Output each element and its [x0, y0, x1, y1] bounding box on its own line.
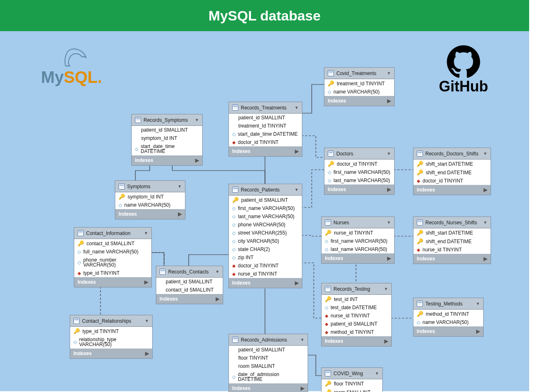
entity-header[interactable]: Nurses▼: [322, 217, 394, 228]
entity-header[interactable]: Records_Patients▼: [229, 184, 302, 196]
column-def: patient_id SMALLINT: [238, 115, 285, 120]
entity-header[interactable]: Covid_Treatments▼: [324, 68, 394, 79]
indexes-section[interactable]: Indexes▶: [324, 96, 394, 106]
column-row: ◆patient_id SMALLINT: [322, 320, 391, 328]
chevron-down-icon[interactable]: ▼: [387, 71, 391, 75]
chevron-down-icon[interactable]: ▼: [215, 269, 219, 274]
chevron-down-icon[interactable]: ▼: [144, 231, 148, 235]
entity-covid_wing[interactable]: COVID_Wing▼🔑floor TINYINT🔑room SMALLINTI…: [321, 367, 383, 392]
entity-name: Records_Nurses_Shifts: [425, 220, 477, 226]
entity-records_contacts[interactable]: Records_Contacts▼patient_id SMALLINTcont…: [156, 266, 223, 304]
column-row: ◇start_date_time DATETIME: [132, 142, 202, 155]
entity-records_testing[interactable]: Records_Testing▼🔑test_id INT◇test_date D…: [321, 283, 392, 346]
chevron-down-icon[interactable]: ▼: [483, 220, 487, 225]
entity-header[interactable]: Records_Treatments▼: [229, 102, 302, 114]
entity-header[interactable]: Records_Symptoms▼: [132, 114, 202, 126]
entity-header[interactable]: Testing_Methods▼: [413, 298, 483, 310]
column-def: last_name VARCHAR(50): [333, 178, 390, 183]
chevron-right-icon[interactable]: ▶: [387, 187, 391, 192]
chevron-right-icon[interactable]: ▶: [387, 98, 391, 104]
chevron-right-icon[interactable]: ▶: [484, 256, 487, 262]
chevron-down-icon[interactable]: ▼: [375, 371, 379, 376]
indexes-section[interactable]: Indexes▶: [229, 278, 302, 288]
chevron-right-icon[interactable]: ▶: [216, 296, 219, 302]
entity-header[interactable]: Doctors▼: [324, 148, 394, 160]
entity-name: Doctors: [336, 151, 353, 157]
column-row: ◇first_name VARCHAR(50): [322, 237, 394, 245]
chevron-right-icon[interactable]: ▶: [295, 280, 299, 286]
indexes-section[interactable]: Indexes▶: [70, 349, 152, 358]
chevron-right-icon[interactable]: ▶: [476, 328, 480, 334]
entity-records_admissions[interactable]: Records_Admissions▼patient_id SMALLINTfl…: [228, 334, 308, 392]
entity-header[interactable]: Records_Contacts▼: [156, 266, 223, 278]
indexes-label: Indexes: [232, 280, 251, 286]
indexes-section[interactable]: Indexes▶: [132, 155, 202, 165]
chevron-right-icon[interactable]: ▶: [387, 255, 391, 261]
chevron-down-icon[interactable]: ▼: [384, 287, 388, 291]
chevron-down-icon[interactable]: ▼: [145, 319, 149, 323]
indexes-section[interactable]: Indexes▶: [413, 254, 491, 264]
indexes-section[interactable]: Indexes▶: [156, 294, 223, 304]
indexes-section[interactable]: Indexes▶: [229, 383, 308, 392]
entity-contact_information[interactable]: Contact_Information▼🔑contact_id SMALLINT…: [74, 227, 152, 287]
column-def: shift_end DATETIME: [426, 170, 472, 175]
chevron-down-icon[interactable]: ▼: [195, 118, 199, 122]
indexes-section[interactable]: Indexes▶: [322, 336, 391, 346]
column-row: 🔑floor TINYINT: [322, 379, 382, 388]
entity-records_doctors_shifts[interactable]: Records_Doctors_Shifts▼🔑shift_start DATE…: [413, 148, 491, 195]
chevron-down-icon[interactable]: ▼: [300, 337, 304, 342]
entity-header[interactable]: Records_Testing▼: [322, 283, 391, 295]
entity-doctors[interactable]: Doctors▼🔑doctor_id TINYINT◇first_name VA…: [324, 148, 395, 195]
chevron-right-icon[interactable]: ▶: [484, 187, 487, 193]
chevron-down-icon[interactable]: ▼: [387, 151, 391, 156]
chevron-down-icon[interactable]: ▼: [178, 184, 182, 189]
chevron-down-icon[interactable]: ▼: [295, 105, 299, 110]
entity-header[interactable]: Records_Admissions▼: [229, 334, 308, 346]
chevron-down-icon[interactable]: ▼: [483, 151, 487, 156]
indexes-section[interactable]: Indexes▶: [74, 277, 151, 287]
entity-header[interactable]: Contact_Relationships▼: [70, 315, 152, 327]
entity-header[interactable]: Records_Nurses_Shifts▼: [413, 217, 491, 228]
chevron-down-icon[interactable]: ▼: [387, 220, 391, 225]
column-row: 🔑nurse_id TINYINT: [322, 228, 394, 237]
column-row: patient_id SMALLINT: [229, 114, 302, 122]
table-icon: [328, 70, 334, 76]
chevron-down-icon[interactable]: ▼: [295, 187, 299, 192]
indexes-section[interactable]: Indexes▶: [322, 253, 394, 263]
indexes-label: Indexes: [160, 296, 178, 302]
column-def: city VARCHAR(50): [238, 239, 279, 244]
entity-covid_treatments[interactable]: Covid_Treatments▼🔑treatment_Id TINYINT◇n…: [324, 67, 395, 106]
chevron-right-icon[interactable]: ▶: [144, 279, 148, 285]
entity-records_patients[interactable]: Records_Patients▼🔑patient_id SMALLINT◇fi…: [228, 184, 302, 288]
entity-records_symptoms[interactable]: Records_Symptoms▼patient_id SMALLINTsymp…: [131, 114, 203, 166]
entity-header[interactable]: Records_Doctors_Shifts▼: [413, 148, 491, 160]
chevron-down-icon[interactable]: ▼: [476, 301, 480, 306]
entity-nurses[interactable]: Nurses▼🔑nurse_id TINYINT◇first_name VARC…: [321, 217, 395, 264]
indexes-section[interactable]: Indexes▶: [413, 185, 491, 195]
entity-header[interactable]: Contact_Information▼: [74, 228, 151, 239]
indexes-section[interactable]: Indexes▶: [324, 185, 394, 194]
chevron-right-icon[interactable]: ▶: [301, 385, 304, 391]
indexes-section[interactable]: Indexes▶: [229, 146, 302, 156]
column-def: patient_id SMALLINT: [238, 347, 285, 352]
chevron-right-icon[interactable]: ▶: [195, 157, 199, 163]
chevron-right-icon[interactable]: ▶: [295, 148, 299, 154]
entity-symptoms[interactable]: Symptoms▼🔑symptom_Id INT◇name VARCHAR(50…: [115, 180, 185, 219]
entity-header[interactable]: Symptoms▼: [115, 181, 185, 192]
entity-records_nurses_shifts[interactable]: Records_Nurses_Shifts▼🔑shift_start DATET…: [413, 217, 491, 264]
entity-header[interactable]: COVID_Wing▼: [322, 368, 382, 379]
entity-contact_relationships[interactable]: Contact_Relationships▼🔑type_id TINYINT◇r…: [70, 315, 153, 359]
indexes-section[interactable]: Indexes▶: [413, 326, 483, 336]
table-icon: [417, 150, 423, 157]
chevron-right-icon[interactable]: ▶: [384, 338, 388, 344]
entity-records_treatments[interactable]: Records_Treatments▼patient_id SMALLINTtr…: [228, 102, 302, 157]
table-icon: [73, 318, 80, 324]
chevron-right-icon[interactable]: ▶: [178, 211, 182, 217]
indexes-section[interactable]: Indexes▶: [115, 209, 185, 219]
chevron-right-icon[interactable]: ▶: [145, 351, 149, 356]
table-icon: [135, 117, 141, 123]
column-def: method_id TINYINT: [331, 330, 374, 335]
column-row: ◇date_of_admission DATETIME: [229, 370, 308, 383]
entity-name: Records_Treatments: [241, 105, 287, 111]
entity-testing_methods[interactable]: Testing_Methods▼🔑method_id TINYINT◇name …: [413, 298, 484, 337]
